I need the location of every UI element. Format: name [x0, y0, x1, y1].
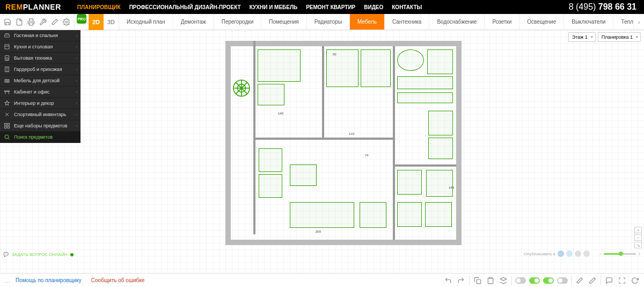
- ruler-icon[interactable]: [575, 276, 584, 285]
- tab-heated-floors[interactable]: Теплые полы: [613, 14, 633, 30]
- chevron-right-icon: ›: [76, 101, 77, 106]
- nav-video[interactable]: ВИДЕО: [364, 4, 383, 10]
- dim-label: 148: [449, 186, 454, 189]
- zoom-in-icon[interactable]: +: [638, 252, 641, 256]
- toggle-dims[interactable]: [543, 277, 554, 284]
- sidebar-item-wardrobe-hallway[interactable]: Гардероб и прихожая ›: [0, 64, 80, 75]
- svg-rect-16: [5, 124, 7, 126]
- nav-design-project[interactable]: ПРОФЕССИОНАЛЬНЫЙ ДИЗАЙН-ПРОЕКТ: [129, 4, 241, 10]
- nav-planner[interactable]: ПЛАНИРОВЩИК: [77, 4, 121, 10]
- redo-icon[interactable]: [456, 276, 466, 285]
- sidebar-item-living-bedroom[interactable]: Гостиная и спальня ›: [0, 30, 80, 41]
- tab-water-supply[interactable]: Водоснабжение: [429, 14, 485, 30]
- dim-label: 200: [316, 230, 321, 233]
- phone-number[interactable]: 8 (495) 798 66 31: [569, 2, 644, 12]
- fullscreen-icon[interactable]: [617, 276, 627, 285]
- dim-label: 110: [349, 132, 354, 135]
- logo-planner: PLANNER: [23, 3, 61, 11]
- chat-icon: 💬: [3, 252, 9, 257]
- copy-icon[interactable]: [473, 276, 482, 285]
- print-icon[interactable]: [27, 18, 35, 26]
- view-toggle: 2D 3D: [89, 14, 119, 30]
- zoom-fit-button[interactable]: ↘: [634, 242, 642, 248]
- logo[interactable]: REMPLANNER: [0, 3, 67, 11]
- tab-lighting[interactable]: Освещение: [519, 14, 564, 30]
- comment-icon[interactable]: [604, 276, 614, 285]
- sidebar-item-office[interactable]: Кабинет и офис ›: [0, 87, 80, 98]
- tab-demolition[interactable]: Демонтаж: [173, 14, 214, 30]
- appliance-icon: [3, 54, 11, 62]
- undo-icon[interactable]: [443, 276, 453, 285]
- sidebar-item-appliances[interactable]: Бытовая техника ›: [0, 53, 80, 64]
- zoom-plus-button[interactable]: +: [634, 227, 642, 233]
- tab-partitions[interactable]: Перегородки: [214, 14, 262, 30]
- measure-icon[interactable]: [50, 18, 59, 26]
- share-tw-icon[interactable]: [566, 250, 573, 257]
- share-ok-icon[interactable]: [583, 250, 590, 257]
- layers-icon[interactable]: [499, 276, 508, 285]
- toggle-snap[interactable]: [515, 277, 526, 284]
- zoom-out-icon[interactable]: −: [599, 252, 602, 256]
- nav-contacts[interactable]: КОНТАКТЫ: [392, 4, 422, 10]
- sidebar-item-label: Кухня и столовая: [14, 44, 53, 49]
- toggle-labels[interactable]: [557, 277, 568, 284]
- nav-kitchens[interactable]: КУХНИ И МЕБЕЛЬ: [250, 4, 297, 10]
- sidebar-item-more-sets[interactable]: Еще наборы предметов ›: [0, 120, 80, 132]
- view-2d-button[interactable]: 2D: [89, 14, 104, 30]
- sidebar-item-label: Гостиная и спальня: [14, 33, 58, 38]
- dim-label: 50: [333, 53, 336, 56]
- tab-rooms[interactable]: Помещения: [261, 14, 306, 30]
- furniture-sidebar: Гостиная и спальня › Кухня и столовая › …: [0, 30, 80, 143]
- desk-icon: [3, 88, 11, 96]
- sidebar-item-label: Гардероб и прихожая: [14, 67, 62, 72]
- canvas[interactable]: Гостиная и спальня › Кухня и столовая › …: [0, 30, 644, 273]
- sidebar-item-kitchen-dining[interactable]: Кухня и столовая ›: [0, 41, 80, 53]
- sidebar-item-label: Кабинет и офис: [14, 89, 49, 95]
- pro-badge[interactable]: PRO: [77, 14, 86, 24]
- refresh-icon[interactable]: [630, 276, 640, 285]
- crib-icon: [3, 77, 11, 84]
- floorplan[interactable]: 140 200 110 148 74 50: [225, 41, 462, 245]
- settings-icon[interactable]: [62, 18, 71, 26]
- save-icon[interactable]: [3, 18, 12, 26]
- chevron-right-icon: ›: [76, 78, 77, 83]
- zoom-minus-button[interactable]: −: [634, 234, 642, 241]
- tab-switches[interactable]: Выключатели: [564, 14, 613, 30]
- tab-plumbing[interactable]: Сантехника: [385, 14, 430, 30]
- decor-icon: [3, 99, 11, 107]
- tab-source-plan[interactable]: Исходный план: [119, 14, 173, 30]
- dim-label: 140: [278, 112, 283, 115]
- plan-selectors: Этаж 1 Планировка 1: [568, 32, 641, 42]
- share-fb-icon[interactable]: [575, 250, 581, 257]
- report-bug-link[interactable]: Сообщить об ошибке: [91, 277, 144, 283]
- share-vk-icon[interactable]: [558, 250, 564, 257]
- svg-rect-17: [8, 124, 10, 126]
- ask-question-online[interactable]: 💬 ЗАДАТЬ ВОПРОС ОНЛАЙН: [3, 252, 74, 257]
- toggle-grid[interactable]: [529, 277, 540, 284]
- zoom-slider[interactable]: [604, 253, 636, 255]
- nav-renovation[interactable]: РЕМОНТ КВАРТИР: [306, 4, 355, 10]
- layout-dropdown[interactable]: Планировка 1: [598, 32, 641, 42]
- floor-dropdown[interactable]: Этаж 1: [568, 32, 596, 42]
- sidebar-item-decor[interactable]: Интерьер и декор ›: [0, 98, 80, 109]
- sidebar-item-sports[interactable]: Спортивный инвентарь ›: [0, 109, 80, 120]
- pencil-icon[interactable]: [588, 276, 597, 285]
- paste-icon[interactable]: [486, 276, 495, 285]
- tab-radiators[interactable]: Радиаторы: [307, 14, 350, 30]
- tab-sockets[interactable]: Розетки: [485, 14, 519, 30]
- sidebar-item-label: Мебель для детской: [14, 78, 60, 83]
- footer-tools: [443, 276, 640, 285]
- view-3d-button[interactable]: 3D: [104, 14, 119, 30]
- search-icon: [3, 133, 11, 141]
- sidebar-item-kids-furniture[interactable]: Мебель для детской ›: [0, 75, 80, 87]
- export-icon[interactable]: [15, 18, 24, 26]
- tabs-scroll-right[interactable]: ›: [633, 14, 644, 30]
- sidebar-item-search[interactable]: Поиск предметов: [0, 132, 80, 143]
- help-link[interactable]: Помощь по планировщику: [16, 277, 82, 283]
- tools-icon[interactable]: [39, 18, 47, 26]
- svg-point-20: [5, 135, 9, 139]
- sidebar-item-label: Интерьер и декор: [14, 101, 54, 106]
- chevron-right-icon: ›: [76, 33, 77, 38]
- tab-furniture[interactable]: Мебель: [350, 14, 385, 30]
- svg-rect-18: [5, 126, 7, 128]
